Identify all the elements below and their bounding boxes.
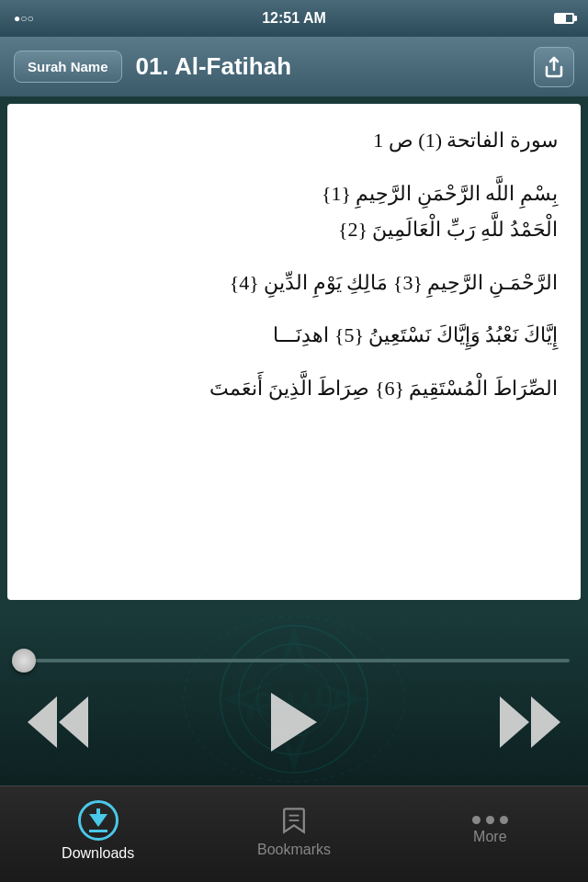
tab-bar: Downloads Bookmarks More [0, 786, 588, 882]
battery-icon [554, 13, 574, 24]
tab-bookmarks-label: Bookmarks [257, 842, 331, 858]
player-area: بسم [0, 607, 588, 791]
fast-forward-button[interactable] [500, 696, 560, 748]
progress-track [18, 659, 570, 662]
share-button[interactable] [534, 47, 574, 87]
quran-text: سورة الفاتحة (1) ص 1 بِسْمِ اللَّه الرَّ… [30, 122, 558, 407]
quran-content: سورة الفاتحة (1) ص 1 بِسْمِ اللَّه الرَّ… [7, 104, 581, 600]
verse-1: بِسْمِ اللَّه الرَّحْمَنِ الرَّحِيمِ {1}… [30, 175, 558, 248]
rewind-button[interactable] [28, 696, 88, 748]
tab-more[interactable]: More [392, 786, 588, 882]
status-left: ●○○ [14, 12, 34, 25]
rewind-icon [28, 696, 88, 748]
tab-downloads-label: Downloads [62, 845, 134, 862]
play-button[interactable] [271, 693, 317, 752]
tab-bookmarks[interactable]: Bookmarks [196, 786, 391, 882]
download-icon [78, 800, 119, 841]
status-bar: ●○○ 12:51 AM [0, 0, 588, 37]
bookmarks-icon [277, 804, 311, 837]
surah-name-button[interactable]: Surah Name [14, 51, 122, 83]
verse-3-4: الرَّحْمَـنِ الرَّحِيمِ {3} مَالِكِ يَوْ… [30, 265, 558, 301]
tab-downloads[interactable]: Downloads [0, 786, 196, 882]
header: Surah Name 01. Al-Fatihah [0, 37, 588, 96]
surah-title: 01. Al-Fatihah [136, 52, 520, 81]
tab-more-label: More [473, 829, 506, 845]
verse-header: سورة الفاتحة (1) ص 1 [30, 122, 558, 159]
player-controls [28, 693, 560, 752]
verse-6: الصِّرَاطَ الْمُسْتَقِيمَ {6} صِرَاطَ ال… [30, 370, 558, 407]
more-icon [472, 816, 508, 824]
progress-bar[interactable] [18, 647, 570, 674]
verse-5: إِيَّاكَ نَعْبُدُ وَإِيَّاكَ نَسْتَعِينُ… [30, 317, 558, 354]
status-time: 12:51 AM [262, 10, 326, 27]
play-icon [271, 693, 317, 752]
progress-thumb[interactable] [12, 649, 36, 673]
fast-forward-icon [500, 696, 560, 748]
signal-icon: ●○○ [14, 12, 34, 25]
status-right [554, 13, 574, 24]
